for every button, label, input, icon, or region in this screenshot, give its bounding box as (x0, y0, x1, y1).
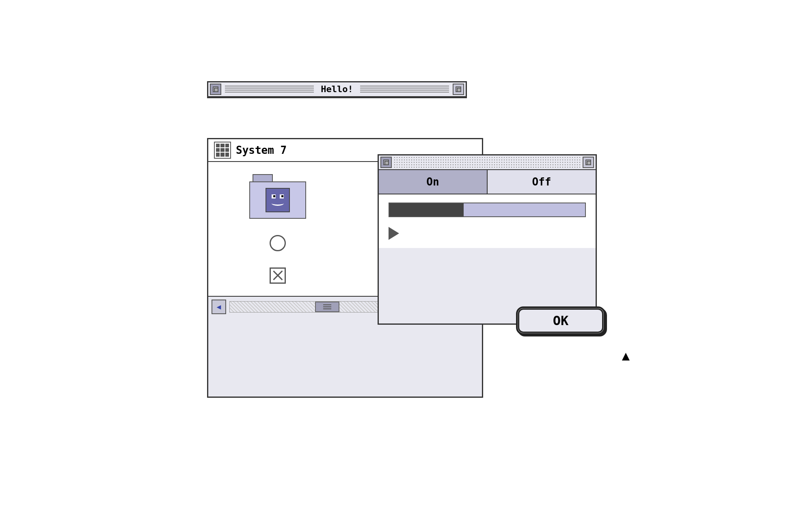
hello-zoom-button[interactable] (453, 84, 464, 95)
cursor-icon: ▲ (622, 348, 630, 363)
hello-window: Hello! (207, 81, 467, 98)
hello-stripe-right (358, 84, 451, 95)
desktop-scene: Hello! (207, 81, 605, 430)
ok-button-wrapper: OK ▲ (516, 306, 605, 335)
folder-macintosh-hd[interactable] (249, 174, 306, 219)
hello-title-bar: Hello! (208, 82, 466, 97)
hello-close-icon (213, 86, 218, 92)
dialog-window: On Off OK ▲ (378, 154, 597, 325)
grid-icon (214, 142, 231, 159)
dialog-controls (389, 227, 586, 240)
on-off-bar: On Off (379, 170, 596, 194)
checkbox-checked[interactable] (270, 267, 286, 284)
hello-close-button[interactable] (210, 84, 221, 95)
dialog-dotted-title (393, 155, 581, 169)
progress-bar (389, 203, 586, 217)
dialog-close-button[interactable] (380, 157, 392, 168)
dialog-zoom-button[interactable] (583, 157, 594, 168)
dialog-zoom-icon (585, 160, 591, 165)
ok-button[interactable]: OK (516, 306, 605, 335)
radio-button-unselected[interactable] (270, 235, 286, 251)
folder-body (249, 181, 306, 219)
progress-rest (464, 203, 585, 216)
play-button-icon[interactable] (389, 227, 399, 240)
scroll-thumb[interactable] (315, 302, 339, 312)
off-button[interactable]: Off (488, 170, 596, 194)
on-button[interactable]: On (379, 170, 488, 194)
hello-stripe-left (223, 84, 316, 95)
hello-title: Hello! (316, 84, 358, 94)
scroll-left-arrow-icon: ◀ (217, 302, 221, 311)
dialog-close-icon (383, 160, 389, 165)
dialog-content (379, 194, 596, 248)
scroll-left-button[interactable]: ◀ (212, 300, 226, 314)
dialog-title-bar (379, 155, 596, 170)
progress-fill (389, 203, 464, 216)
finder-face-icon (266, 188, 290, 212)
hello-zoom-icon (456, 86, 461, 92)
system7-title: System 7 (236, 144, 287, 156)
